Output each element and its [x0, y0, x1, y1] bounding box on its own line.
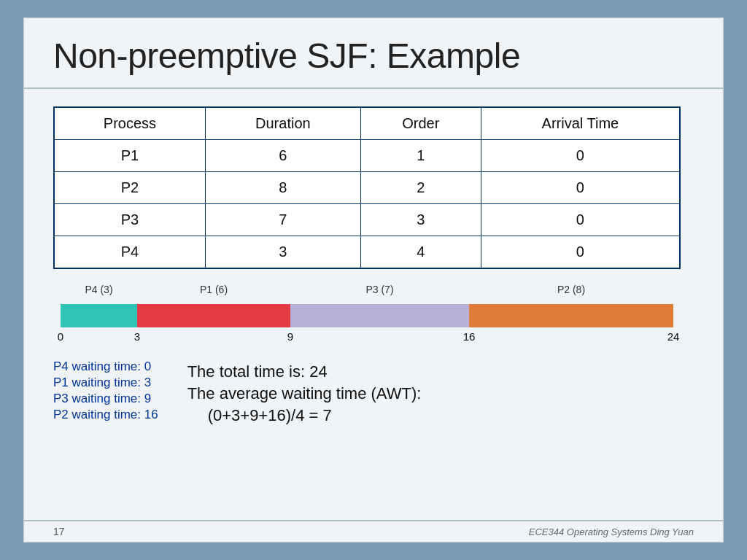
summary-item: (0+3+9+16)/4 = 7: [187, 406, 422, 425]
table-cell: P4: [54, 236, 205, 269]
table-cell: 8: [205, 172, 360, 204]
stats-section: P4 waiting time: 0P1 waiting time: 3P3 w…: [53, 359, 694, 425]
process-table: Process Duration Order Arrival Time P161…: [53, 106, 681, 269]
table-header-row: Process Duration Order Arrival Time: [54, 107, 680, 140]
gantt-bar-row: [61, 304, 673, 327]
table-cell: 0: [481, 236, 680, 269]
slide-header: Non-preemptive SJF: Example: [24, 18, 723, 89]
table-cell: 1: [360, 140, 481, 172]
gantt-segment-label: P2 (8): [469, 284, 673, 295]
table-row: P2820: [54, 172, 680, 204]
waiting-time-item: P4 waiting time: 0: [53, 359, 158, 374]
footer-page: 17: [53, 526, 65, 537]
gantt-tick-label: 9: [287, 330, 293, 343]
footer-credit: ECE344 Operating Systems Ding Yuan: [529, 526, 694, 537]
gantt-tick-label: 24: [667, 330, 680, 343]
gantt-tick-label: 16: [463, 330, 476, 343]
table-cell: P3: [54, 204, 205, 236]
waiting-times: P4 waiting time: 0P1 waiting time: 3P3 w…: [53, 359, 158, 425]
summary-text: The total time is: 24The average waiting…: [187, 359, 422, 425]
col-header-order: Order: [360, 107, 481, 140]
gantt-section: P4 (3)P1 (6)P3 (7)P2 (8) 0391624: [53, 284, 694, 345]
waiting-time-item: P1 waiting time: 3: [53, 376, 158, 390]
table-cell: 3: [360, 204, 481, 236]
table-row: P4340: [54, 236, 680, 269]
gantt-bar: [137, 304, 290, 327]
gantt-segment-label: P3 (7): [290, 284, 469, 295]
slide-footer: 17 ECE344 Operating Systems Ding Yuan: [24, 520, 723, 542]
slide-body: Process Duration Order Arrival Time P161…: [24, 89, 723, 520]
summary-item: The total time is: 24: [187, 362, 422, 381]
gantt-labels-top: P4 (3)P1 (6)P3 (7)P2 (8): [61, 284, 673, 301]
col-header-arrival: Arrival Time: [481, 107, 680, 140]
col-header-duration: Duration: [205, 107, 360, 140]
slide: Non-preemptive SJF: Example Process Dura…: [23, 18, 724, 542]
gantt-ticks: 0391624: [61, 330, 673, 345]
slide-title: Non-preemptive SJF: Example: [53, 36, 694, 76]
table-cell: 4: [360, 236, 481, 269]
gantt-segment-label: P4 (3): [61, 284, 137, 295]
table-cell: 2: [360, 172, 481, 204]
gantt-tick-label: 0: [58, 330, 63, 343]
gantt-segment-label: P1 (6): [137, 284, 290, 295]
summary-item: The average waiting time (AWT):: [187, 384, 422, 403]
gantt-bar: [61, 304, 137, 327]
table-row: P1610: [54, 140, 680, 172]
table-cell: 0: [481, 172, 680, 204]
table-cell: P1: [54, 140, 205, 172]
waiting-time-item: P3 waiting time: 9: [53, 392, 158, 406]
table-row: P3730: [54, 204, 680, 236]
table-cell: 0: [481, 140, 680, 172]
table-cell: 6: [205, 140, 360, 172]
gantt-bar: [469, 304, 673, 327]
waiting-time-item: P2 waiting time: 16: [53, 408, 158, 422]
table-cell: P2: [54, 172, 205, 204]
gantt-bar: [290, 304, 469, 327]
col-header-process: Process: [54, 107, 205, 140]
table-cell: 7: [205, 204, 360, 236]
table-cell: 0: [481, 204, 680, 236]
gantt-tick-label: 3: [134, 330, 140, 343]
table-cell: 3: [205, 236, 360, 269]
